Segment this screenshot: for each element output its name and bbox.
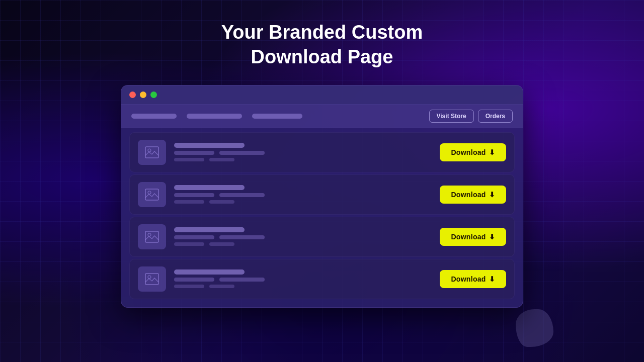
item-detail-row-1	[174, 235, 432, 239]
item-detail-a	[174, 278, 214, 282]
page-content: Your Branded Custom Download Page Visit …	[0, 0, 644, 362]
nav-bar: Visit Store Orders	[121, 105, 523, 128]
download-icon-3: ⬇	[489, 233, 495, 241]
dot-green	[150, 92, 157, 98]
svg-rect-6	[145, 274, 158, 285]
download-label-3: Download	[451, 233, 486, 241]
item-thumbnail	[138, 224, 166, 249]
item-info	[174, 269, 432, 288]
svg-rect-2	[145, 189, 158, 200]
download-icon-2: ⬇	[489, 191, 495, 199]
item-detail-row-1	[174, 151, 432, 155]
download-item: Download ⬇	[129, 217, 515, 257]
item-detail-c	[174, 242, 204, 246]
item-thumbnail	[138, 182, 166, 207]
item-detail-a	[174, 151, 214, 155]
item-info	[174, 227, 432, 246]
item-detail-c	[174, 158, 204, 161]
item-title-bar	[174, 269, 245, 275]
nav-right[interactable]: Visit Store Orders	[429, 110, 513, 123]
download-button-1[interactable]: Download ⬇	[440, 143, 506, 161]
download-button-3[interactable]: Download ⬇	[440, 228, 506, 246]
item-title-bar	[174, 185, 245, 190]
download-item: Download ⬇	[129, 174, 515, 215]
download-button-4[interactable]: Download ⬇	[440, 270, 506, 288]
page-title: Your Branded Custom Download Page	[221, 20, 423, 70]
item-title-bar	[174, 227, 245, 232]
item-detail-d	[209, 158, 234, 161]
item-detail-d	[209, 285, 234, 288]
svg-point-5	[148, 233, 151, 236]
item-detail-row-2	[174, 200, 432, 204]
svg-point-7	[148, 276, 151, 279]
item-detail-row-2	[174, 285, 432, 288]
download-label-4: Download	[451, 275, 486, 283]
item-detail-b	[219, 278, 265, 282]
item-thumbnail	[138, 140, 166, 165]
item-thumbnail	[138, 266, 166, 292]
download-label-2: Download	[451, 191, 486, 199]
item-detail-b	[219, 193, 265, 197]
nav-item-1	[131, 114, 177, 119]
item-detail-c	[174, 200, 204, 204]
download-icon-1: ⬇	[489, 148, 495, 156]
item-detail-row-2	[174, 242, 432, 246]
item-title-bar	[174, 143, 245, 148]
item-detail-d	[209, 200, 234, 204]
item-detail-row-1	[174, 278, 432, 282]
nav-item-3	[252, 114, 302, 119]
download-button-2[interactable]: Download ⬇	[440, 186, 506, 204]
item-detail-c	[174, 285, 204, 288]
svg-rect-4	[145, 231, 158, 242]
item-info	[174, 143, 432, 161]
svg-point-3	[148, 191, 151, 194]
download-icon-4: ⬇	[489, 275, 495, 283]
svg-rect-0	[145, 147, 158, 158]
orders-button[interactable]: Orders	[478, 110, 513, 123]
nav-left	[131, 114, 302, 119]
item-info	[174, 185, 432, 204]
item-detail-a	[174, 235, 214, 239]
nav-item-2	[187, 114, 242, 119]
item-detail-b	[219, 235, 265, 239]
item-detail-a	[174, 193, 214, 197]
browser-window: Visit Store Orders	[121, 85, 523, 308]
item-detail-row-2	[174, 158, 432, 161]
item-detail-d	[209, 242, 234, 246]
visit-store-button[interactable]: Visit Store	[429, 110, 474, 123]
title-bar	[121, 85, 523, 105]
svg-point-1	[148, 149, 151, 152]
dot-red	[129, 92, 136, 98]
download-label-1: Download	[451, 148, 486, 156]
download-item: Download ⬇	[129, 259, 515, 299]
items-list: Download ⬇	[121, 128, 523, 307]
item-detail-row-1	[174, 193, 432, 197]
dot-yellow	[140, 92, 146, 98]
item-detail-b	[219, 151, 265, 155]
download-item: Download ⬇	[129, 132, 515, 172]
